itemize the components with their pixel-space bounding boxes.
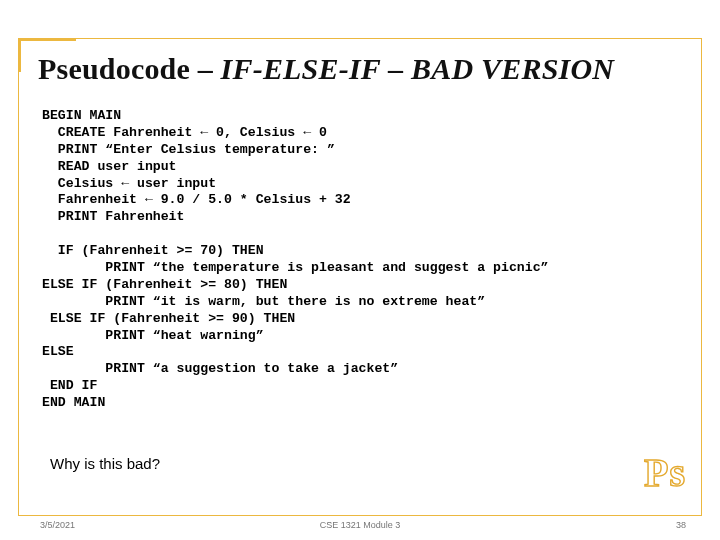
title-plain: Pseudocode – <box>38 52 221 85</box>
slide: Pseudocode – IF-ELSE-IF – BAD VERSION BE… <box>0 0 720 540</box>
slide-title: Pseudocode – IF-ELSE-IF – BAD VERSION <box>38 52 682 86</box>
question-text: Why is this bad? <box>50 455 160 472</box>
title-emphasis: IF-ELSE-IF – BAD VERSION <box>221 52 615 85</box>
pseudocode-block: BEGIN MAIN CREATE Fahrenheit ← 0, Celsiu… <box>42 108 678 412</box>
footer-page-number: 38 <box>676 520 686 530</box>
footer-center: CSE 1321 Module 3 <box>0 520 720 530</box>
ps-badge: Ps <box>644 449 686 496</box>
